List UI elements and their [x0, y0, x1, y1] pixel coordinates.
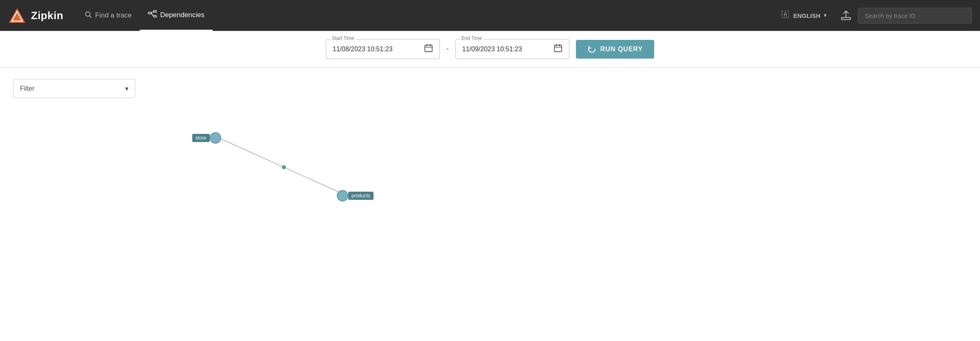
search-trace-input[interactable]	[858, 8, 972, 24]
svg-point-22	[282, 165, 286, 169]
zipkin-logo-icon	[8, 7, 26, 24]
filter-dropdown-wrap: Filter ▼	[13, 79, 135, 98]
dependency-graph: store products	[13, 114, 967, 285]
svg-rect-7	[154, 15, 156, 17]
chevron-down-icon: ▼	[823, 13, 828, 18]
nav-find-trace-label: Find a trace	[95, 11, 132, 20]
app-title: Zipkin	[31, 9, 64, 22]
search-icon	[85, 11, 92, 20]
end-time-value: 11/09/2023 10:51:23	[462, 46, 522, 53]
nav-dependencies-label: Dependencies	[160, 11, 204, 19]
refresh-icon	[587, 45, 596, 54]
app-header: Zipkin Find a trace Dependencies	[0, 0, 980, 31]
nav-dependencies[interactable]: Dependencies	[140, 0, 213, 31]
svg-rect-17	[554, 45, 562, 52]
end-time-label: End Time	[460, 35, 484, 41]
main-content: Filter ▼ store products	[0, 68, 980, 341]
svg-text:🇦: 🇦	[782, 11, 789, 19]
run-query-button[interactable]: RUN QUERY	[576, 40, 654, 59]
nav-find-trace[interactable]: Find a trace	[77, 0, 140, 31]
start-time-value: 11/08/2023 10:51:23	[333, 46, 393, 53]
node-products-circle	[337, 190, 348, 201]
start-time-label: Start Time	[330, 35, 356, 41]
filter-dropdown[interactable]: Filter	[13, 79, 135, 98]
dependencies-icon	[148, 10, 157, 20]
node-products[interactable]: products	[337, 190, 374, 201]
svg-line-8	[151, 11, 154, 13]
node-store-label: store	[192, 134, 210, 142]
node-store-circle	[210, 132, 221, 144]
logo-area: Zipkin	[8, 7, 64, 24]
language-selector[interactable]: 🇦 ENGLISH ▼	[775, 11, 834, 21]
node-store[interactable]: store	[192, 132, 221, 144]
svg-line-21	[221, 139, 347, 196]
end-time-field[interactable]: End Time 11/09/2023 10:51:23	[455, 39, 569, 59]
translate-icon: 🇦	[782, 11, 791, 21]
svg-rect-11	[842, 17, 850, 20]
run-query-label: RUN QUERY	[600, 46, 643, 53]
svg-line-9	[151, 13, 154, 16]
language-label: ENGLISH	[793, 12, 820, 19]
start-time-calendar-icon[interactable]	[424, 44, 433, 55]
svg-rect-13	[425, 45, 432, 52]
node-products-label: products	[348, 192, 374, 200]
graph-edges-svg	[13, 114, 967, 285]
svg-line-4	[89, 15, 91, 17]
date-separator: -	[446, 45, 449, 53]
svg-rect-6	[154, 11, 156, 12]
svg-rect-5	[148, 12, 151, 14]
end-time-calendar-icon[interactable]	[554, 44, 563, 55]
start-time-field[interactable]: Start Time 11/08/2023 10:51:23	[326, 39, 440, 59]
query-bar: Start Time 11/08/2023 10:51:23 - End Tim…	[0, 31, 980, 68]
upload-button[interactable]	[834, 10, 858, 21]
